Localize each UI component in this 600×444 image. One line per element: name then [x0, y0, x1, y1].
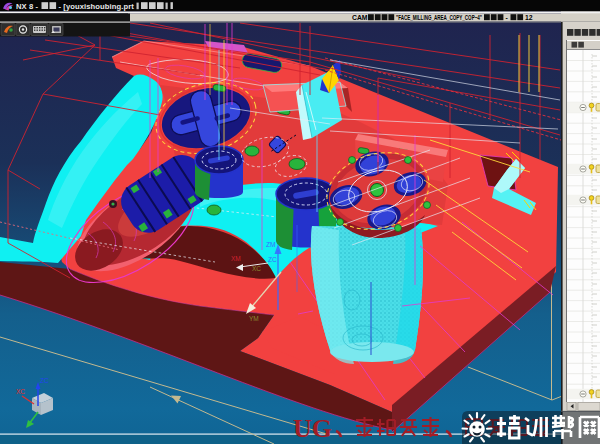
svg-text:- [youxishoubing.prt: - [youxishoubing.prt [59, 2, 135, 11]
svg-text:ZC: ZC [268, 256, 277, 263]
svg-text:CAM: CAM [352, 14, 368, 21]
svg-text:YM: YM [249, 315, 259, 322]
svg-text:UG: UG [293, 414, 332, 443]
svg-text:XM: XM [231, 255, 241, 262]
svg-text:-: - [506, 14, 508, 21]
svg-text:ZC: ZC [40, 377, 49, 384]
svg-text:NX 8 -: NX 8 - [16, 2, 38, 11]
svg-text:"FACE_MILLING_AREA_COPY_COP~4": "FACE_MILLING_AREA_COPY_COP~4" [396, 14, 482, 21]
svg-text:12: 12 [525, 14, 533, 21]
svg-text:XC: XC [252, 265, 261, 272]
svg-text:ZM: ZM [266, 241, 275, 248]
svg-text:XC: XC [16, 388, 25, 395]
